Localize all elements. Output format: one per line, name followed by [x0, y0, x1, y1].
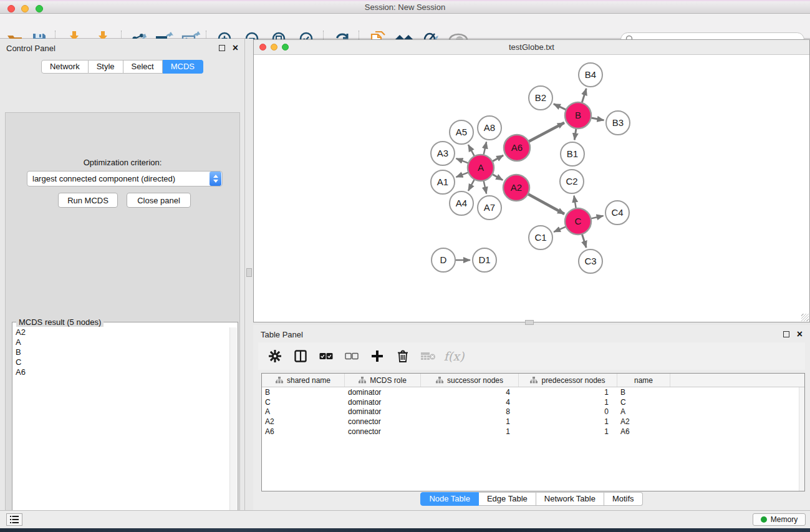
delete-columns-button[interactable]: [395, 348, 411, 364]
cell-mcds-role[interactable]: dominator: [345, 407, 421, 417]
close-panel-icon[interactable]: ×: [233, 45, 238, 51]
tab-style[interactable]: Style: [89, 60, 123, 74]
criterion-dropdown[interactable]: largest connected component (directed): [27, 171, 223, 186]
float-panel-icon[interactable]: [219, 45, 225, 51]
cell-name[interactable]: A2: [617, 417, 670, 427]
edge-A6-B[interactable]: [528, 123, 564, 142]
plus-icon: [372, 351, 383, 362]
select-all-columns-button[interactable]: [318, 348, 334, 364]
cell-name[interactable]: C: [617, 397, 670, 407]
task-history-button[interactable]: [6, 513, 22, 526]
cell-shared-name[interactable]: B: [262, 387, 345, 397]
cell-mcds-role[interactable]: dominator: [345, 387, 421, 397]
edge-B-B3[interactable]: [590, 118, 604, 120]
result-item-a2[interactable]: A2: [13, 327, 229, 337]
add-column-button[interactable]: [369, 348, 385, 364]
edge-B-B2[interactable]: [554, 104, 567, 110]
cell-successor-nodes[interactable]: 1: [421, 417, 519, 427]
result-item-a[interactable]: A: [13, 337, 229, 347]
cell-name[interactable]: A: [617, 407, 670, 417]
edge-A-A4[interactable]: [468, 178, 475, 191]
function-builder-button[interactable]: f(x): [446, 348, 462, 364]
table-row-a6[interactable]: A6connector11A6: [262, 427, 804, 437]
cell-predecessor-nodes[interactable]: 1: [519, 387, 617, 397]
column-header-shared-name[interactable]: shared name: [262, 374, 345, 387]
cell-shared-name[interactable]: A: [262, 407, 345, 417]
edge-C-C2[interactable]: [574, 196, 577, 210]
column-layout-button[interactable]: [292, 348, 309, 364]
zoom-window-icon[interactable]: [36, 5, 43, 12]
cell-shared-name[interactable]: C: [262, 397, 345, 407]
result-item-a6[interactable]: A6: [13, 367, 229, 377]
node-label-d1: D1: [478, 254, 490, 265]
edge-A-A7[interactable]: [483, 180, 486, 194]
cell-name[interactable]: A6: [617, 427, 670, 437]
cell-successor-nodes[interactable]: 1: [421, 427, 519, 437]
attribute-tree-icon: [276, 377, 283, 384]
unselect-all-columns-button[interactable]: [344, 348, 360, 364]
delete-table-icon: [421, 351, 436, 361]
cell-successor-nodes[interactable]: 4: [421, 387, 519, 397]
edge-C-C1[interactable]: [554, 226, 567, 232]
cell-mcds-role[interactable]: connector: [345, 417, 421, 427]
cell-successor-nodes[interactable]: 4: [421, 397, 519, 407]
run-mcds-button[interactable]: Run MCDS: [58, 193, 118, 208]
tab-mcds[interactable]: MCDS: [163, 60, 203, 74]
edge-A2-C[interactable]: [527, 193, 564, 214]
window-resize-grip[interactable]: [801, 314, 809, 321]
table-row-b[interactable]: Bdominator41B: [262, 387, 804, 397]
edge-C-C4[interactable]: [590, 216, 604, 219]
cell-mcds-role[interactable]: dominator: [345, 397, 421, 407]
minimize-network-icon[interactable]: [271, 44, 277, 51]
cell-shared-name[interactable]: A6: [262, 427, 345, 437]
tab-network[interactable]: Network: [41, 60, 89, 74]
tab-motifs[interactable]: Motifs: [604, 492, 643, 506]
edge-A-A3[interactable]: [456, 158, 470, 163]
edge-B-B4[interactable]: [582, 89, 587, 104]
close-window-icon[interactable]: [7, 5, 15, 12]
cell-successor-nodes[interactable]: 8: [421, 407, 519, 417]
result-item-b[interactable]: B: [13, 347, 229, 357]
result-scrollbar[interactable]: [229, 327, 237, 532]
cell-predecessor-nodes[interactable]: 1: [519, 417, 617, 427]
delete-table-button[interactable]: [420, 348, 436, 364]
float-table-panel-icon[interactable]: [783, 331, 789, 337]
cell-predecessor-nodes[interactable]: 1: [519, 397, 617, 407]
cell-name[interactable]: B: [617, 387, 670, 397]
table-settings-button[interactable]: [267, 348, 283, 364]
node-label-b: B: [575, 110, 581, 120]
column-header-predecessor-nodes[interactable]: predecessor nodes: [519, 374, 617, 387]
cell-shared-name[interactable]: A2: [262, 417, 345, 427]
cell-predecessor-nodes[interactable]: 1: [519, 427, 617, 437]
table-row-c[interactable]: Cdominator41C: [262, 397, 804, 407]
tab-select[interactable]: Select: [123, 60, 163, 74]
column-header-successor-nodes[interactable]: successor nodes: [421, 374, 519, 387]
close-table-panel-icon[interactable]: ×: [797, 331, 803, 337]
mcds-result-list[interactable]: A2ABCA6: [13, 327, 229, 532]
edge-A-A5[interactable]: [468, 145, 475, 157]
vertical-divider-grip[interactable]: [246, 268, 252, 277]
result-item-c[interactable]: C: [13, 357, 229, 367]
minimize-window-icon[interactable]: [21, 5, 29, 12]
horizontal-divider-grip[interactable]: [525, 320, 534, 325]
network-canvas[interactable]: B4B2BB3A5A8A6B1A3AC2A1A2A4A7C4CC1C3DD1: [254, 55, 809, 322]
column-header-name[interactable]: name: [617, 374, 670, 387]
tab-node-table[interactable]: Node Table: [420, 492, 479, 506]
close-network-icon[interactable]: [259, 44, 266, 51]
table-row-a[interactable]: Adominator80A: [262, 407, 804, 417]
edge-A-A8[interactable]: [483, 142, 486, 156]
cell-predecessor-nodes[interactable]: 0: [519, 407, 617, 417]
cell-mcds-role[interactable]: connector: [345, 427, 421, 437]
tab-network-table[interactable]: Network Table: [536, 492, 604, 506]
maximize-network-icon[interactable]: [282, 44, 289, 51]
memory-button[interactable]: Memory: [753, 513, 806, 526]
edge-A-A6[interactable]: [491, 155, 503, 162]
edge-C-C3[interactable]: [582, 233, 586, 248]
network-graph[interactable]: B4B2BB3A5A8A6B1A3AC2A1A2A4A7C4CC1C3DD1: [254, 55, 809, 322]
table-row-a2[interactable]: A2connector11A2: [262, 417, 804, 427]
column-header-mcds-role[interactable]: MCDS role: [345, 374, 421, 387]
tab-edge-table[interactable]: Edge Table: [479, 492, 536, 506]
table-scrollbar[interactable]: [799, 387, 804, 491]
edge-A-A1[interactable]: [456, 172, 470, 177]
close-panel-button[interactable]: Close panel: [127, 193, 191, 208]
